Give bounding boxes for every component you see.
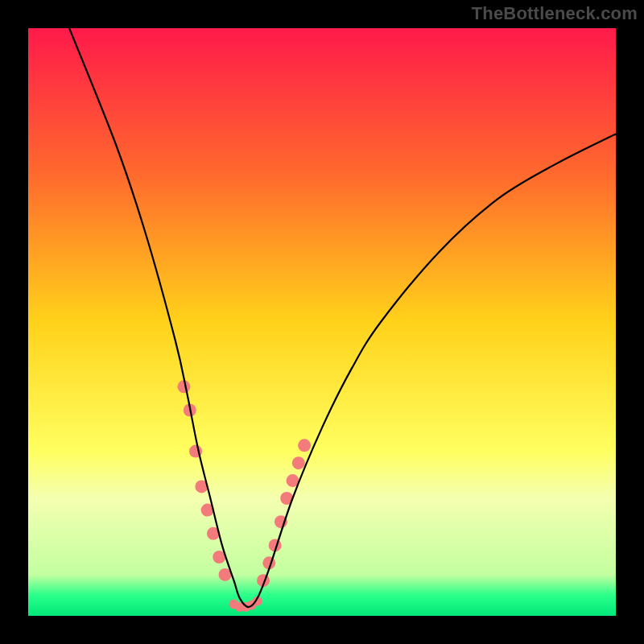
highlight-dot [292, 456, 305, 469]
plot-area [28, 28, 616, 616]
watermark-text: TheBottleneck.com [472, 3, 638, 24]
bottleneck-curve [69, 28, 616, 607]
highlight-dot [298, 439, 311, 452]
highlight-cluster-right [257, 439, 311, 587]
curve-layer [28, 28, 616, 616]
chart-frame: TheBottleneck.com [0, 0, 644, 644]
